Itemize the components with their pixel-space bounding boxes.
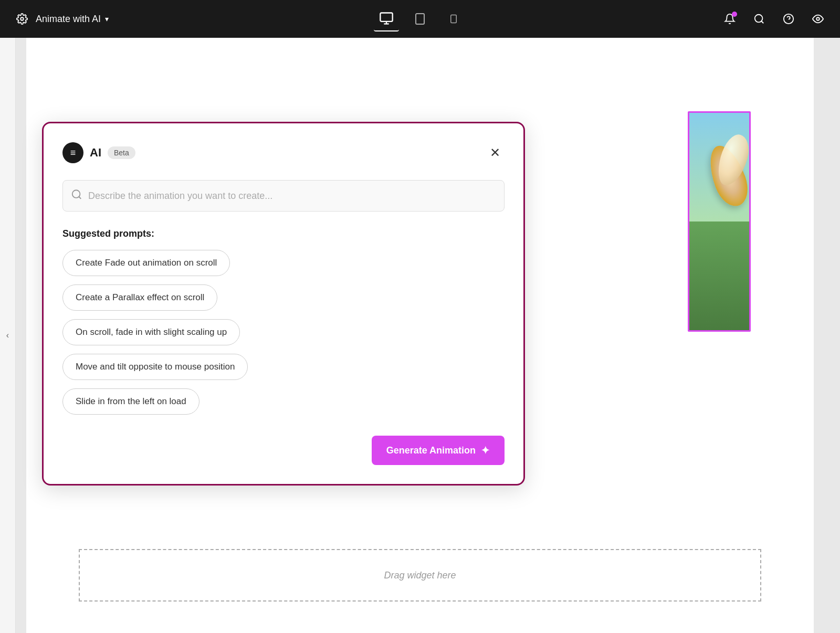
panel-toggle-button[interactable]: ‹: [6, 331, 9, 340]
svg-rect-1: [380, 13, 392, 22]
prompts-section: Suggested prompts: Create Fade out anima…: [62, 228, 505, 415]
canvas-area: ‹ Drag widget here: [0, 38, 840, 633]
svg-point-12: [816, 17, 820, 20]
modal-header: ≡ AI Beta ✕: [62, 142, 505, 163]
prompt-button-5[interactable]: Slide in from the left on load: [62, 388, 200, 415]
drop-zone-text: Drag widget here: [384, 570, 456, 581]
toolbar-right: [720, 9, 827, 28]
close-icon: ✕: [490, 145, 500, 160]
svg-line-9: [761, 21, 763, 23]
svg-point-13: [72, 190, 80, 198]
logo-symbol: ≡: [70, 147, 76, 159]
modal-close-button[interactable]: ✕: [486, 143, 505, 162]
beta-badge: Beta: [108, 146, 135, 159]
drop-zone: Drag widget here: [79, 549, 761, 602]
svg-rect-6: [451, 15, 457, 23]
toolbar-center: [374, 6, 466, 31]
modal-header-left: ≡ AI Beta: [62, 142, 135, 163]
notification-dot: [732, 12, 737, 17]
ai-label: AI: [90, 146, 101, 160]
prompt-button-1[interactable]: Create Fade out animation on scroll: [62, 250, 230, 276]
image-thumbnail: [688, 111, 751, 332]
desktop-view-button[interactable]: [374, 6, 399, 31]
svg-rect-4: [416, 14, 424, 24]
generate-animation-button[interactable]: Generate Animation ✦: [372, 436, 505, 465]
prompt-button-4[interactable]: Move and tilt opposite to mouse position: [62, 354, 248, 380]
modal-footer: Generate Animation ✦: [62, 436, 505, 465]
svg-point-8: [755, 15, 763, 23]
prompt-button-3[interactable]: On scroll, fade in with slight scaling u…: [62, 319, 240, 345]
svg-point-0: [20, 17, 24, 20]
image-thumbnail-inner: [689, 113, 749, 330]
settings-button[interactable]: [13, 9, 32, 28]
elementor-logo: ≡: [62, 142, 83, 163]
tablet-view-button[interactable]: [407, 6, 433, 31]
toolbar-left: Animate with AI ▾: [13, 9, 118, 28]
prompts-list: Create Fade out animation on scroll Crea…: [62, 250, 505, 415]
canvas-inner: ‹ Drag widget here: [0, 38, 840, 633]
animation-search-input[interactable]: [62, 180, 505, 212]
chevron-down-icon: ▾: [105, 15, 109, 23]
mobile-view-button[interactable]: [441, 6, 466, 31]
prompts-title: Suggested prompts:: [62, 228, 505, 239]
svg-line-14: [79, 197, 81, 199]
search-button[interactable]: [750, 9, 769, 28]
toolbar: Animate with AI ▾: [0, 0, 840, 38]
search-container: [62, 180, 505, 212]
notifications-button[interactable]: [720, 9, 739, 28]
prompt-button-2[interactable]: Create a Parallax effect on scroll: [62, 284, 217, 311]
toolbar-title: Animate with AI: [36, 14, 101, 25]
help-button[interactable]: [779, 9, 798, 28]
ai-animation-modal: ≡ AI Beta ✕: [42, 122, 525, 486]
sparkle-icon: ✦: [481, 444, 490, 457]
search-icon: [71, 189, 82, 203]
generate-button-label: Generate Animation: [386, 445, 476, 456]
preview-button[interactable]: [808, 9, 827, 28]
left-panel-edge: ‹: [0, 38, 16, 633]
